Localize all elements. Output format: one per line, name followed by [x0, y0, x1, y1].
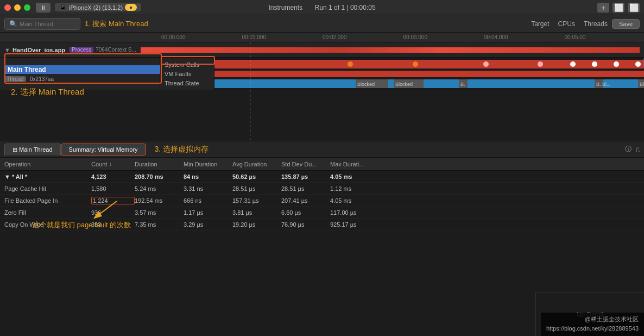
ruler-ticks: 00:00.000 00:01.000 00:02.000 00:03.000 …: [160, 34, 644, 40]
cell-stddev-2: 207.41 µs: [281, 197, 330, 204]
cell-max-1: 1.12 ms: [330, 185, 379, 192]
search-icon: 🔍: [9, 20, 17, 28]
cell-max-4: 925.17 µs: [330, 221, 379, 228]
cell-duration-4: 7.35 ms: [135, 221, 184, 228]
col-header-max: Max Durati...: [330, 161, 379, 167]
step1-annotation: 1. 搜索 Main Thread: [85, 19, 148, 29]
svg-point-1: [348, 61, 353, 67]
run-info: Run 1 of 1 | 00:00:05: [315, 4, 376, 11]
app-title: Instruments: [268, 4, 302, 11]
thread-badge: Thread: [4, 76, 26, 82]
cell-operation-4: Copy On Write: [4, 221, 91, 228]
layout1-button[interactable]: ⬜: [613, 3, 624, 13]
tick-1: 00:01.000: [241, 34, 322, 40]
watermark-line2: https://blog.csdn.net/kyi282889543: [546, 324, 639, 334]
svg-text:Blocked: Blocked: [395, 82, 413, 87]
svg-point-3: [483, 61, 489, 67]
cell-min-4: 3.29 µs: [184, 221, 232, 228]
vmfaults-label[interactable]: VM Faults: [165, 71, 210, 77]
syscall-label[interactable]: System Calls: [165, 61, 210, 68]
col-header-min: Min Duration: [184, 161, 232, 167]
watermark: @稀土掘金技术社区 https://blog.csdn.net/kyi28288…: [541, 313, 644, 336]
thread-name: Main Thread: [4, 65, 165, 74]
cell-duration-3: 3.57 ms: [135, 209, 184, 216]
col-header-avg: Avg Duration: [232, 161, 281, 167]
share-icon[interactable]: ⎍: [636, 146, 640, 153]
bottom-area: ⊞ Main Thread Summary: Virtual Memory 3.…: [0, 141, 644, 336]
svg-text:B. Bl...: B. Bl...: [596, 82, 611, 87]
cell-count-0: 4,123: [91, 173, 135, 180]
svg-point-7: [614, 61, 619, 67]
svg-point-8: [635, 61, 641, 67]
tab-bar: ⊞ Main Thread Summary: Virtual Memory 3.…: [0, 141, 644, 158]
cpus-link[interactable]: CPUs: [558, 20, 575, 28]
track-label: Main Thread Thread 0x2137aa: [0, 58, 160, 90]
close-button[interactable]: [4, 4, 11, 11]
expand-arrow[interactable]: ▼: [4, 47, 10, 53]
layout2-button[interactable]: ⬜: [628, 3, 640, 13]
phone-icon: 📱: [59, 4, 67, 11]
tab-main-thread[interactable]: ⊞ Main Thread: [4, 144, 61, 155]
track-content: Blocked Blocked B. B. Bl... Blocked Bloc…: [214, 58, 644, 90]
svg-point-5: [570, 61, 576, 67]
info-icon[interactable]: ⓘ: [625, 145, 632, 154]
search-input[interactable]: [20, 21, 75, 27]
process-badge: Process: [70, 47, 93, 53]
main-track-row: Main Thread Thread 0x2137aa System Calls…: [0, 58, 644, 90]
cell-stddev-3: 6.60 µs: [281, 209, 330, 216]
app-name: HandOver_ios.app: [12, 47, 65, 53]
cell-stddev-4: 76.90 µs: [281, 221, 330, 228]
thread-id: 0x2137aa: [30, 76, 54, 82]
save-button[interactable]: Save: [612, 19, 640, 29]
table-row[interactable]: ▼ * All * 4,123 208.70 ms 84 ns 50.62 µs…: [0, 171, 644, 183]
threadstate-label[interactable]: Thread State: [165, 80, 210, 86]
table-row[interactable]: Zero Fill 936 3.57 ms 1.17 µs 3.81 µs 6.…: [0, 207, 644, 219]
device-name: iPhoneX (2) (13.1.2): [69, 4, 123, 11]
target-link[interactable]: Target: [531, 20, 549, 28]
title-center: Instruments Run 1 of 1 | 00:00:05: [268, 4, 375, 11]
step3-annotation: 3. 选择虚拟内存: [155, 145, 209, 154]
svg-text:B.: B.: [460, 82, 465, 87]
cell-operation-2: File Backed Page In: [4, 197, 91, 204]
cell-min-2: 666 ns: [184, 197, 232, 204]
cell-max-3: 117.00 µs: [330, 209, 379, 216]
cell-stddev-0: 135.87 µs: [281, 173, 330, 180]
svg-point-2: [413, 61, 418, 67]
cell-count-1: 1,580: [91, 185, 135, 192]
cell-count-4: 383: [91, 221, 135, 228]
svg-rect-0: [214, 60, 644, 69]
search-box[interactable]: 🔍: [4, 18, 80, 30]
tab-right-icons: ⓘ ⎍: [625, 145, 640, 154]
record-chip: ●: [125, 4, 137, 11]
cell-avg-1: 28.51 µs: [232, 185, 281, 192]
threads-link[interactable]: Threads: [584, 20, 608, 28]
table-row[interactable]: Copy On Write 383 7.35 ms 3.29 µs 19.20 …: [0, 219, 644, 231]
cell-avg-2: 157.31 µs: [232, 197, 281, 204]
nav-links: Target CPUs Threads: [531, 20, 608, 28]
minimize-button[interactable]: [14, 4, 21, 11]
sort-arrow: ↓: [109, 161, 112, 167]
cell-operation-0: ▼ * All *: [4, 173, 91, 180]
traffic-lights: [4, 4, 30, 11]
track-svg: Blocked Blocked B. B. Bl... Blocked Bloc…: [214, 58, 644, 90]
context-label: Context S...: [108, 47, 136, 53]
table-row[interactable]: Page Cache Hit 1,580 5.24 ms 3.31 ns 28.…: [0, 183, 644, 195]
cell-min-0: 84 ns: [184, 173, 232, 180]
cell-count-2: 1,224: [91, 197, 135, 204]
table-row[interactable]: File Backed Page In 1,224 192.54 ms 666 …: [0, 195, 644, 207]
title-right-buttons: + ⬜ ⬜: [597, 3, 640, 13]
svg-point-6: [592, 61, 597, 67]
tab-summary[interactable]: Summary: Virtual Memory: [61, 144, 146, 155]
cell-avg-3: 3.81 µs: [232, 209, 281, 216]
pid: 7064: [96, 47, 108, 53]
cell-duration-2: 192.54 ms: [135, 197, 184, 204]
table-header: Operation Count ↓ Duration Min Duration …: [0, 158, 644, 171]
maximize-button[interactable]: [24, 4, 30, 11]
svg-text:Blocked: Blocked: [640, 82, 644, 87]
add-button[interactable]: +: [597, 3, 609, 13]
watermark-line1: @稀土掘金技术社区: [546, 315, 639, 325]
pause-button[interactable]: ⏸: [36, 3, 50, 13]
svg-rect-26: [214, 79, 644, 88]
tick-2: 00:02.000: [321, 34, 402, 40]
sub-labels-panel: System Calls VM Faults Thread State: [160, 58, 214, 90]
